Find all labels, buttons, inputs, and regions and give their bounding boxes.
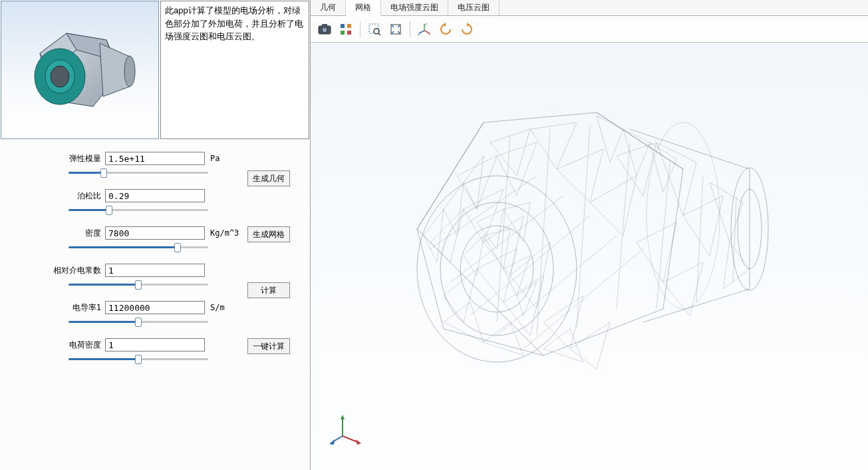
svg-line-47 — [733, 196, 736, 282]
toolbar-separator — [360, 21, 361, 37]
svg-marker-25 — [467, 23, 470, 27]
svg-point-32 — [460, 226, 533, 312]
input-poisson-ratio[interactable] — [105, 189, 205, 202]
label-poisson-ratio: 泊松比 — [5, 190, 105, 202]
svg-text:z: z — [425, 23, 427, 26]
svg-marker-24 — [443, 23, 446, 27]
description-box: 此app计算了模型的电场分析，对绿色部分加了外加电荷，并且分析了电场强度云图和电… — [160, 1, 309, 139]
tab-voltage-plot[interactable]: 电压云图 — [448, 0, 500, 15]
viewport-toolbar: zxy — [311, 16, 868, 43]
svg-point-5 — [51, 66, 69, 87]
svg-line-28 — [417, 122, 484, 229]
screenshot-icon[interactable] — [315, 19, 335, 39]
svg-point-9 — [322, 27, 327, 33]
svg-point-31 — [440, 202, 553, 336]
svg-rect-8 — [322, 24, 327, 27]
input-rel-permittivity[interactable] — [105, 264, 205, 277]
label-density: 密度 — [5, 228, 105, 239]
svg-line-29 — [597, 113, 683, 169]
field-elastic-modulus: 弹性模量 Pa — [5, 152, 305, 165]
svg-line-42 — [537, 129, 550, 336]
mesh-wireframe — [311, 43, 868, 469]
tab-efield-plot[interactable]: 电场强度云图 — [381, 0, 448, 15]
svg-text:y: y — [418, 32, 420, 36]
slider-elastic-modulus[interactable] — [69, 168, 208, 170]
axis-triad — [329, 413, 362, 446]
compute-all-button[interactable]: 一键计算 — [247, 338, 290, 354]
select-mode-icon[interactable] — [336, 19, 356, 39]
rotate-cw-icon[interactable] — [457, 19, 477, 39]
slider-rel-permittivity[interactable] — [69, 280, 208, 282]
thumbnail-svg — [13, 13, 146, 126]
slider-poisson-ratio[interactable] — [69, 205, 208, 208]
svg-point-6 — [124, 56, 135, 87]
tab-geometry[interactable]: 几何 — [311, 0, 346, 15]
description-text: 此app计算了模型的电场分析，对绿色部分加了外加电荷，并且分析了电场强度云图和电… — [165, 5, 303, 41]
label-charge-density: 电荷密度 — [5, 340, 105, 351]
slider-density[interactable] — [69, 242, 208, 245]
tab-mesh[interactable]: 网格 — [346, 0, 381, 16]
svg-line-39 — [497, 236, 617, 336]
svg-line-45 — [656, 162, 670, 309]
input-density[interactable] — [105, 226, 205, 240]
slider-conductivity1[interactable] — [69, 317, 208, 320]
svg-line-16 — [378, 33, 380, 35]
svg-line-43 — [577, 126, 590, 329]
gen-geometry-button[interactable]: 生成几何 — [247, 170, 290, 186]
svg-rect-11 — [347, 24, 351, 28]
right-panel: 几何 网格 电场强度云图 电压云图 zxy — [311, 0, 868, 470]
compute-button[interactable]: 计算 — [247, 282, 290, 298]
tabbar: 几何 网格 电场强度云图 电压云图 — [311, 0, 868, 16]
left-panel: 此app计算了模型的电场分析，对绿色部分加了外加电荷，并且分析了电场强度云图和电… — [0, 0, 311, 470]
svg-marker-53 — [329, 439, 335, 445]
label-elastic-modulus: 弹性模量 — [5, 153, 105, 164]
svg-rect-10 — [341, 24, 345, 28]
unit-density: Kg/m^3 — [205, 228, 239, 238]
form-area: 弹性模量 Pa 泊松比 密度 Kg/m^3 — [0, 140, 310, 470]
svg-line-46 — [696, 176, 703, 302]
unit-elastic-modulus: Pa — [205, 154, 219, 163]
input-elastic-modulus[interactable] — [105, 152, 205, 165]
svg-marker-51 — [356, 439, 361, 445]
svg-line-44 — [617, 142, 630, 309]
top-row: 此app计算了模型的电场分析，对绿色部分加了外加电荷，并且分析了电场强度云图和电… — [0, 0, 310, 140]
zoom-extents-icon[interactable] — [386, 19, 406, 39]
app-root: 此app计算了模型的电场分析，对绿色部分加了外加电荷，并且分析了电场强度云图和电… — [0, 0, 868, 470]
svg-line-37 — [450, 196, 563, 282]
svg-line-41 — [497, 136, 510, 322]
svg-marker-49 — [341, 415, 345, 419]
label-rel-permittivity: 相对介电常数 — [5, 265, 105, 276]
svg-rect-13 — [347, 31, 351, 35]
label-conductivity1: 电导率1 — [5, 302, 105, 314]
svg-marker-26 — [417, 113, 683, 355]
zoom-window-icon[interactable] — [364, 19, 384, 39]
viewport-3d[interactable] — [311, 43, 868, 470]
svg-rect-12 — [341, 31, 345, 35]
input-conductivity1[interactable] — [105, 301, 205, 314]
toolbar-separator — [410, 21, 410, 37]
svg-text:x: x — [428, 32, 430, 36]
button-column: 生成几何 生成网格 计算 一键计算 — [247, 170, 290, 354]
unit-conductivity1: S/m — [205, 303, 225, 312]
axis-toggle-icon[interactable]: zxy — [414, 19, 434, 39]
gen-mesh-button[interactable]: 生成网格 — [247, 226, 290, 242]
svg-line-20 — [419, 31, 424, 33]
input-charge-density[interactable] — [105, 338, 205, 352]
model-thumbnail — [1, 1, 159, 139]
rotate-ccw-icon[interactable] — [436, 19, 456, 39]
slider-charge-density[interactable] — [69, 354, 208, 357]
